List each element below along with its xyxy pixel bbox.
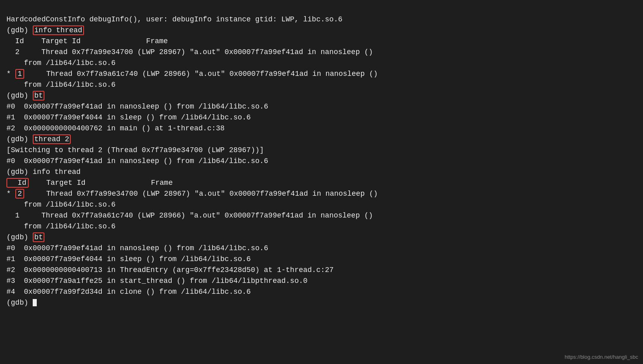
terminal-line: #3 0x00007f7a9a1ffe25 in start_thread ()… [6,276,637,287]
terminal-line: from /lib64/libc.so.6 [6,221,637,232]
terminal-line: #0 0x00007f7a99ef41ad in nanosleep () fr… [6,156,637,167]
terminal-line: #1 0x00007f7a99ef4044 in sleep () from /… [6,112,637,123]
terminal-cursor[interactable] [33,299,37,306]
gdb-command-highlight: info thread [33,25,84,35]
terminal-line: #4 0x00007f7a99f2d34d in clone () from /… [6,287,637,297]
terminal-line: #2 0x0000000000400713 in ThreadEntry (ar… [6,265,637,276]
gdb-command-highlight: bt [33,232,45,242]
terminal-line: HardcodedConstInfo debugInfo(), user: de… [6,14,637,25]
terminal-line: from /lib64/libc.so.6 [6,79,637,90]
terminal-line: #0 0x00007f7a99ef41ad in nanosleep () fr… [6,101,637,112]
terminal-line: (gdb) bt [6,232,637,243]
terminal-line: from /lib64/libc.so.6 [6,199,637,210]
thread-id-header: Id [6,178,29,188]
terminal-line: from /lib64/libc.so.6 [6,58,637,69]
terminal-line: (gdb) bt [6,90,637,101]
terminal-line: #0 0x00007f7a99ef41ad in nanosleep () fr… [6,243,637,254]
terminal-line: (gdb) info thread [6,167,637,178]
terminal-line: 1 Thread 0x7f7a9a61c740 (LWP 28966) "a.o… [6,210,637,221]
terminal-output: HardcodedConstInfo debugInfo(), user: de… [6,3,637,308]
gdb-command-highlight: bt [33,91,45,100]
active-thread-id: 1 [15,69,25,79]
terminal-line: 2 Thread 0x7f7a99e34700 (LWP 28967) "a.o… [6,47,637,58]
terminal-line: * 1 Thread 0x7f7a9a61c740 (LWP 28966) "a… [6,69,637,79]
terminal-line: Id Target Id Frame [6,36,637,47]
terminal-line: [Switching to thread 2 (Thread 0x7f7a99e… [6,145,637,156]
terminal-line: (gdb) info thread [6,25,637,36]
terminal-line: Id Target Id Frame [6,178,637,188]
watermark: https://blog.csdn.net/hangli_sbc [565,353,638,361]
terminal-line: #2 0x0000000000400762 in main () at 1-th… [6,123,637,134]
terminal-line: (gdb) [6,297,637,308]
terminal-line: * 2 Thread 0x7f7a99e34700 (LWP 28967) "a… [6,188,637,199]
terminal-line: (gdb) thread 2 [6,134,637,145]
gdb-command-highlight: thread 2 [33,134,71,144]
terminal-line: #1 0x00007f7a99ef4044 in sleep () from /… [6,254,637,265]
active-thread-id-2: 2 [15,189,25,199]
